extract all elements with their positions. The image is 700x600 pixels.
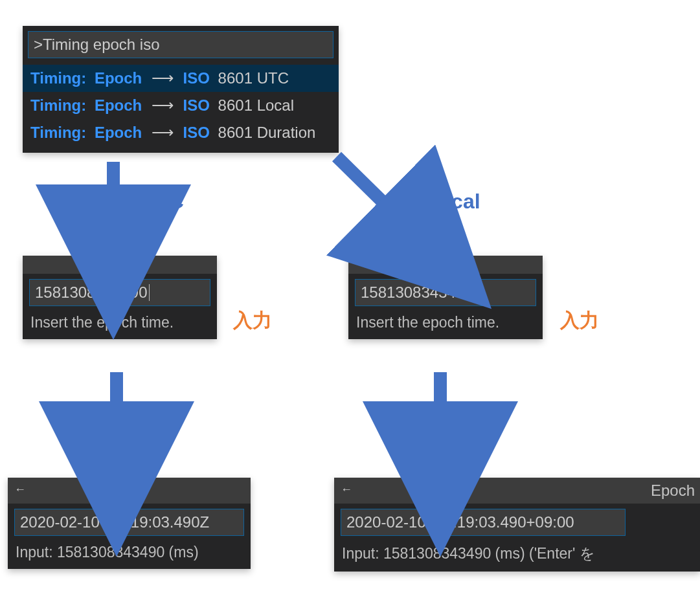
suggestion-row[interactable]: Timing: Epoch ⟶ ISO 8601 Duration xyxy=(23,119,339,146)
utc-epoch-input[interactable]: 1581308343490 xyxy=(29,279,210,306)
local-result-help: Input: 1581308343490 (ms) ('Enter' を xyxy=(334,540,700,572)
local-result-title: Epoch xyxy=(651,478,700,500)
local-epoch-input-help: Insert the epoch time. xyxy=(348,310,543,339)
command-palette-input[interactable]: >Timing epoch iso xyxy=(28,31,333,58)
back-icon[interactable]: ← xyxy=(334,478,359,496)
utc-epoch-input-help: Insert the epoch time. xyxy=(23,310,217,339)
local-epoch-input[interactable]: 1581308343490 xyxy=(355,279,536,306)
local-epoch-input-value: 1581308343490 xyxy=(361,283,473,302)
panel-titlebar xyxy=(348,256,543,274)
command-palette: >Timing epoch iso Timing: Epoch ⟶ ISO 86… xyxy=(23,26,339,153)
flow-label-utc: UTC xyxy=(141,190,184,214)
suggestion-row[interactable]: Timing: Epoch ⟶ ISO 8601 UTC xyxy=(23,65,339,92)
local-result-value[interactable]: 2020-02-10T13:19:03.490+09:00 xyxy=(341,509,626,536)
command-palette-input-value: >Timing epoch iso xyxy=(34,36,160,54)
annotation-input: 入力 xyxy=(233,307,272,334)
panel-titlebar: ← Epoch xyxy=(334,478,700,504)
text-caret-icon xyxy=(475,284,475,301)
flow-label-local: Local xyxy=(426,190,480,214)
local-result-panel: ← Epoch 2020-02-10T13:19:03.490+09:00 In… xyxy=(334,478,700,572)
local-input-panel: 1581308343490 Insert the epoch time. xyxy=(348,256,543,339)
panel-titlebar xyxy=(23,256,217,274)
utc-result-panel: ← 2020-02-10T04:19:03.490Z Input: 158130… xyxy=(8,478,251,569)
annotation-input: 入力 xyxy=(560,307,599,334)
suggestion-row[interactable]: Timing: Epoch ⟶ ISO 8601 Local xyxy=(23,92,339,119)
utc-result-help: Input: 1581308343490 (ms) xyxy=(8,540,251,569)
utc-epoch-input-value: 1581308343490 xyxy=(35,283,148,302)
utc-input-panel: 1581308343490 Insert the epoch time. xyxy=(23,256,217,339)
utc-result-value[interactable]: 2020-02-10T04:19:03.490Z xyxy=(14,509,244,536)
back-icon[interactable]: ← xyxy=(8,478,32,496)
svg-line-1 xyxy=(337,157,418,236)
panel-titlebar: ← xyxy=(8,478,251,504)
command-palette-suggestions: Timing: Epoch ⟶ ISO 8601 UTC Timing: Epo… xyxy=(23,61,339,153)
text-caret-icon xyxy=(149,284,150,301)
